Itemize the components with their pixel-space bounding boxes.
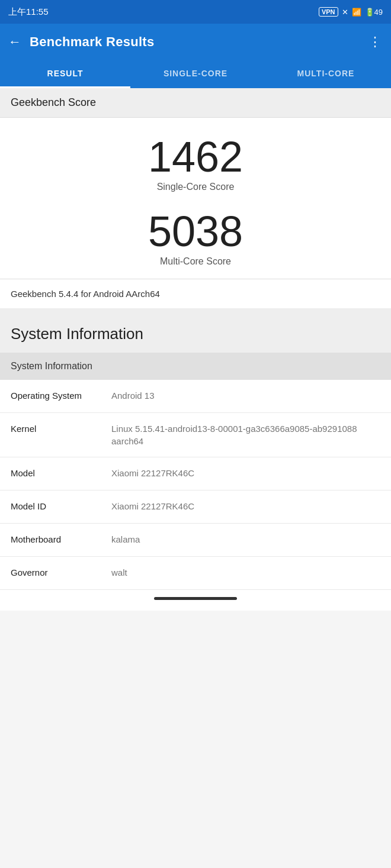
single-core-score-label: Single-Core Score bbox=[148, 182, 243, 192]
kernel-value: Linux 5.15.41-android13-8-00001-ga3c6366… bbox=[111, 422, 380, 447]
app-bar-title: Benchmark Results bbox=[30, 34, 155, 50]
home-indicator bbox=[0, 590, 391, 611]
tab-bar: RESULT SINGLE-CORE MULTI-CORE bbox=[0, 60, 391, 88]
battery-icon: 🔋49 bbox=[365, 8, 383, 17]
table-row: Kernel Linux 5.15.41-android13-8-00001-g… bbox=[0, 413, 391, 457]
multi-core-score-block: 5038 Multi-Core Score bbox=[148, 210, 243, 267]
sim-icon: ✕ bbox=[342, 8, 348, 17]
model-id-label: Model ID bbox=[11, 500, 111, 512]
table-row: Governor walt bbox=[0, 557, 391, 590]
multi-core-score-value: 5038 bbox=[148, 210, 243, 253]
back-button[interactable]: ← bbox=[8, 34, 21, 50]
app-bar-left: ← Benchmark Results bbox=[8, 34, 155, 50]
version-row: Geekbench 5.4.4 for Android AArch64 bbox=[0, 279, 391, 313]
os-label: Operating System bbox=[11, 389, 111, 402]
os-value: Android 13 bbox=[111, 389, 380, 402]
status-time: 上午11:55 bbox=[8, 7, 49, 18]
table-row: Model Xiaomi 22127RK46C bbox=[0, 457, 391, 491]
status-bar: 上午11:55 VPN ✕ 📶 🔋49 bbox=[0, 0, 391, 24]
vpn-icon: VPN bbox=[319, 7, 338, 17]
model-id-value: Xiaomi 22127RK46C bbox=[111, 500, 380, 512]
wifi-icon: 📶 bbox=[352, 8, 361, 17]
table-row: Motherboard kalama bbox=[0, 524, 391, 557]
system-info-title: System Information bbox=[11, 325, 380, 343]
tab-multi-core[interactable]: MULTI-CORE bbox=[261, 60, 391, 86]
motherboard-label: Motherboard bbox=[11, 533, 111, 546]
governor-label: Governor bbox=[11, 566, 111, 579]
kernel-label: Kernel bbox=[11, 422, 111, 435]
scores-area: 1462 Single-Core Score 5038 Multi-Core S… bbox=[0, 118, 391, 279]
tab-result[interactable]: RESULT bbox=[0, 60, 130, 86]
governor-value: walt bbox=[111, 566, 380, 579]
table-row: Model ID Xiaomi 22127RK46C bbox=[0, 491, 391, 524]
more-options-button[interactable]: ⋮ bbox=[368, 34, 383, 50]
motherboard-value: kalama bbox=[111, 533, 380, 546]
table-row: Operating System Android 13 bbox=[0, 380, 391, 413]
model-value: Xiaomi 22127RK46C bbox=[111, 467, 380, 479]
multi-core-score-label: Multi-Core Score bbox=[148, 256, 243, 267]
score-section-header: Geekbench Score bbox=[0, 88, 391, 118]
single-core-score-value: 1462 bbox=[148, 135, 243, 178]
home-bar bbox=[154, 597, 237, 600]
single-core-score-block: 1462 Single-Core Score bbox=[148, 135, 243, 192]
app-bar: ← Benchmark Results ⋮ bbox=[0, 24, 391, 60]
system-info-header-section: System Information bbox=[0, 313, 391, 353]
system-info-table: Operating System Android 13 Kernel Linux… bbox=[0, 380, 391, 590]
status-icons: VPN ✕ 📶 🔋49 bbox=[319, 7, 383, 17]
model-label: Model bbox=[11, 467, 111, 479]
tab-single-core[interactable]: SINGLE-CORE bbox=[130, 60, 261, 86]
system-info-sub-header: System Information bbox=[0, 353, 391, 380]
